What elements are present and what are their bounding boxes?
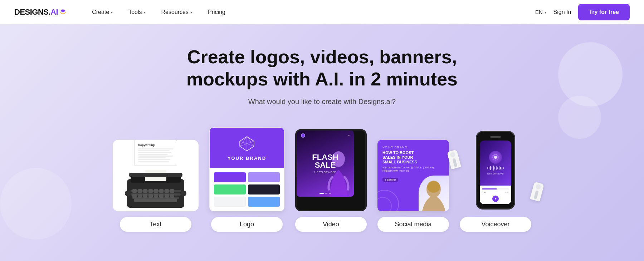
card-video[interactable]: ■ FLASHSALE UP TO 30% OFF — [295, 129, 367, 232]
svg-rect-19 — [165, 194, 169, 198]
svg-rect-12 — [170, 189, 174, 193]
svg-point-34 — [427, 181, 440, 193]
typewriter-image: Copywriting — [113, 140, 199, 211]
flash-sale-sub: UP TO 30% OFF — [314, 171, 336, 174]
airpod-left — [447, 149, 461, 169]
phone-play-button[interactable] — [492, 196, 499, 202]
bg-circle-2 — [558, 96, 601, 139]
svg-rect-8 — [148, 189, 153, 193]
phone-screen-top: New Voiceover — [480, 141, 511, 186]
svg-rect-6 — [138, 189, 142, 193]
cards-row: Copywriting — [98, 127, 546, 232]
chevron-down-icon: ▾ — [545, 10, 546, 14]
swatch-light — [214, 197, 246, 207]
social-card-title: HOW TO BOOST SALES IN YOUR SMALL BUSINES… — [382, 151, 422, 165]
chevron-down-icon: ▾ — [111, 10, 113, 14]
hero-section: Create logos, videos, banners, mockups w… — [0, 24, 644, 261]
logo-icon — [59, 8, 67, 16]
svg-rect-17 — [154, 194, 158, 198]
svg-point-24 — [125, 191, 131, 196]
svg-rect-11 — [165, 189, 169, 193]
svg-rect-15 — [143, 194, 147, 198]
svg-line-28 — [240, 137, 247, 146]
card-social[interactable]: YOUR BRAND HOW TO BOOST SALES IN YOUR SM… — [377, 140, 449, 232]
social-card-badge: ● Speaker — [382, 178, 398, 182]
video-card-image: ■ FLASHSALE UP TO 30% OFF — [295, 129, 367, 211]
swatch-green — [214, 184, 246, 194]
svg-rect-10 — [159, 189, 164, 193]
card-text-label: Text — [120, 217, 191, 232]
nav-right: EN ▾ Sign In Try for free — [535, 4, 630, 20]
phone-body: New Voiceover 0:431:20 — [476, 131, 515, 210]
swatch-purple — [214, 172, 246, 182]
chevron-down-icon: ▾ — [190, 10, 192, 14]
typewriter-paper: Copywriting — [134, 140, 177, 166]
social-card-image: YOUR BRAND HOW TO BOOST SALES IN YOUR SM… — [377, 140, 449, 211]
airpod-right — [530, 182, 544, 202]
hero-subtitle: What would you like to create with Desig… — [248, 98, 396, 106]
navbar: DESIGNS.AI Create ▾ Tools ▾ Resources ▾ … — [0, 0, 644, 24]
brand-logo-icon — [238, 135, 256, 153]
svg-rect-14 — [138, 194, 142, 198]
logo[interactable]: DESIGNS.AI — [14, 8, 67, 17]
language-selector[interactable]: EN ▾ — [535, 9, 546, 15]
svg-line-27 — [247, 137, 254, 146]
svg-rect-20 — [170, 194, 174, 198]
svg-point-25 — [181, 191, 186, 196]
svg-rect-23 — [129, 173, 182, 177]
svg-rect-5 — [132, 189, 137, 193]
voiceover-card-image: New Voiceover 0:431:20 — [460, 129, 531, 211]
chevron-down-icon: ▾ — [144, 10, 146, 14]
nav-item-tools[interactable]: Tools ▾ — [121, 0, 153, 24]
phone-screen-bottom: 0:431:20 — [480, 186, 511, 204]
svg-marker-37 — [495, 198, 497, 200]
nav-links: Create ▾ Tools ▾ Resources ▾ Pricing — [84, 0, 535, 24]
svg-point-36 — [494, 156, 497, 159]
svg-rect-18 — [159, 194, 164, 198]
swatch-blue — [248, 197, 280, 207]
bg-circle-1 — [558, 42, 623, 107]
social-card-subtitle: Join our webinar: 28 Aug @ 7:30pm (GMT +… — [382, 166, 444, 172]
card-social-label: Social media — [377, 217, 449, 232]
swatch-dark — [248, 184, 280, 194]
bg-circle-3 — [0, 168, 72, 240]
logo-card-swatches — [210, 168, 284, 211]
svg-rect-13 — [132, 194, 137, 198]
logo-card-brand: YOUR BRAND — [228, 156, 266, 161]
nav-item-create[interactable]: Create ▾ — [84, 0, 121, 24]
card-voiceover[interactable]: New Voiceover 0:431:20 — [460, 129, 531, 232]
svg-rect-21 — [134, 198, 177, 202]
card-logo[interactable]: YOUR BRAND Logo — [209, 127, 284, 232]
sign-in-button[interactable]: Sign In — [553, 9, 571, 15]
svg-rect-7 — [143, 189, 147, 193]
phone-circle-icon — [489, 151, 502, 164]
swatch-light-purple — [248, 172, 280, 182]
try-free-button[interactable]: Try for free — [578, 4, 630, 20]
card-logo-label: Logo — [211, 217, 283, 232]
social-card-photo — [419, 176, 449, 211]
phone-waveform — [487, 165, 504, 171]
svg-rect-16 — [148, 194, 153, 198]
card-video-label: Video — [295, 217, 367, 232]
hero-title: Create logos, videos, banners, mockups w… — [161, 46, 483, 90]
nav-item-pricing[interactable]: Pricing — [200, 0, 233, 24]
logo-text: DESIGNS.AI — [14, 8, 58, 17]
svg-rect-9 — [154, 189, 158, 193]
logo-card-image: YOUR BRAND — [209, 127, 284, 211]
nav-item-resources[interactable]: Resources ▾ — [153, 0, 200, 24]
social-card-header: YOUR BRAND HOW TO BOOST SALES IN YOUR SM… — [377, 140, 449, 211]
logo-card-header: YOUR BRAND — [210, 128, 284, 168]
flash-sale-text: FLASHSALE — [312, 153, 338, 169]
card-text[interactable]: Copywriting — [113, 140, 199, 232]
card-voiceover-label: Voiceover — [460, 217, 531, 232]
